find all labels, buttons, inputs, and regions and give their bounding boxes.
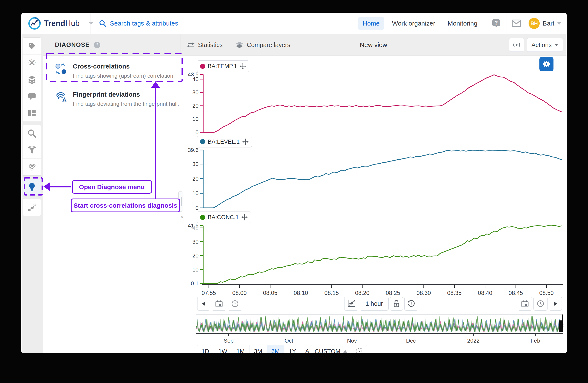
- svg-text:08:05: 08:05: [263, 290, 277, 296]
- series-color-dot: [200, 215, 205, 220]
- live-mode-button[interactable]: [509, 38, 524, 52]
- sidebar-item-comments[interactable]: [22, 88, 41, 105]
- sidebar-item-search[interactable]: [22, 125, 41, 142]
- nav-tab-home[interactable]: Home: [358, 17, 384, 30]
- lock-resolution-button[interactable]: [390, 297, 403, 311]
- move-icon[interactable]: [240, 63, 246, 69]
- calendar-end-button[interactable]: [518, 297, 532, 311]
- sidebar-item-layers[interactable]: [22, 71, 41, 88]
- sidebar-item-dashboard[interactable]: [22, 105, 41, 122]
- diagnose-item-title: Cross-correlations: [73, 63, 175, 70]
- diagnose-item-description: Find tags deviating from the fingerprint…: [73, 101, 179, 107]
- diagnose-title: DIAGNOSE: [55, 41, 90, 48]
- svg-text:08:30: 08:30: [417, 290, 431, 296]
- user-menu[interactable]: BH Bart: [525, 18, 567, 29]
- range-1w[interactable]: 1W: [214, 345, 232, 353]
- svg-text:30: 30: [192, 89, 199, 96]
- divider: [486, 13, 486, 34]
- sidebar-item-tag[interactable]: [22, 38, 41, 55]
- view-toolbar: Statistics Compare layers New view Actio…: [180, 34, 567, 56]
- context-overview-strip[interactable]: [196, 314, 564, 333]
- sidebar-item-context-items[interactable]: [22, 199, 41, 216]
- svg-text:?: ?: [96, 42, 98, 47]
- sidebar-item-calculations[interactable]: +÷x−: [22, 54, 41, 71]
- svg-text:39.6: 39.6: [188, 147, 199, 153]
- svg-text:÷: ÷: [27, 61, 29, 64]
- svg-text:08:00: 08:00: [232, 290, 247, 296]
- search-icon: [99, 19, 106, 27]
- svg-text:Nov: Nov: [347, 337, 357, 344]
- actions-button[interactable]: Actions: [527, 38, 563, 52]
- logo-text: TrendHub: [44, 19, 80, 28]
- pan-left-button[interactable]: [197, 297, 210, 311]
- trendhub-logo-icon: [28, 17, 41, 30]
- svg-text:+: +: [31, 58, 32, 61]
- divider: [506, 13, 506, 34]
- svg-text:Oct: Oct: [285, 337, 293, 344]
- legend-chip-ba-level-1[interactable]: BA:LEVEL.1: [197, 136, 252, 148]
- search-placeholder: Search tags & attributes: [110, 20, 178, 27]
- sidebar-item-diagnose[interactable]: [22, 179, 41, 196]
- time-start-button[interactable]: [228, 297, 242, 311]
- user-caret-icon: [557, 22, 561, 25]
- svg-text:08:15: 08:15: [324, 290, 339, 296]
- nav-right: Home Work organizer Monitoring ? BH Bart: [358, 13, 567, 34]
- mail-button[interactable]: [507, 19, 525, 27]
- svg-text:x: x: [35, 61, 36, 64]
- svg-text:Sep: Sep: [224, 337, 233, 344]
- custom-range-group: CUSTOM: [310, 345, 367, 353]
- series-label: BA:CONC.1: [208, 214, 239, 221]
- custom-range-button[interactable]: CUSTOM: [310, 345, 352, 353]
- move-icon[interactable]: [241, 214, 248, 220]
- search-bar[interactable]: Search tags & attributes: [91, 19, 358, 27]
- svg-text:08:25: 08:25: [386, 290, 400, 296]
- legend-chip-ba-temp-1[interactable]: BA:TEMP.1: [197, 60, 249, 72]
- pan-right-button[interactable]: [549, 297, 562, 311]
- range-6m[interactable]: 6M: [267, 345, 284, 353]
- gear-icon: [542, 60, 550, 68]
- trend-scale-button[interactable]: [344, 297, 358, 311]
- svg-text:0: 0: [196, 205, 199, 211]
- move-icon[interactable]: [242, 138, 249, 145]
- range-1y[interactable]: 1Y: [284, 345, 301, 353]
- avatar: BH: [528, 18, 540, 29]
- svg-text:08:45: 08:45: [508, 290, 523, 296]
- svg-text:10: 10: [192, 267, 199, 273]
- svg-text:Dec: Dec: [406, 337, 416, 344]
- sidebar-item-fingerprint[interactable]: [22, 158, 41, 175]
- svg-text:!: !: [64, 98, 65, 102]
- chart-ba-conc-1[interactable]: 41.5403020100.1: [180, 222, 564, 288]
- calendar-start-button[interactable]: [212, 297, 226, 311]
- range-3m[interactable]: 3M: [250, 345, 267, 353]
- logo-block[interactable]: TrendHub: [21, 17, 90, 30]
- chart-ba-temp-1[interactable]: 43.5403020100: [180, 71, 564, 137]
- user-name: Bart: [543, 20, 554, 27]
- range-1d[interactable]: 1D: [197, 345, 214, 353]
- panel-close-button[interactable]: ×: [179, 214, 185, 220]
- diagnose-item-cross-correlations[interactable]: Cross-correlations Find tags showing (up…: [42, 56, 180, 85]
- compare-layers-button[interactable]: Compare layers: [229, 34, 297, 56]
- range-1m[interactable]: 1M: [232, 345, 250, 353]
- svg-text:20: 20: [192, 252, 199, 259]
- resolution-button[interactable]: 1 hour: [360, 297, 389, 311]
- sidebar-item-filter[interactable]: [22, 142, 41, 159]
- diagnose-panel: DIAGNOSE ? Cross-correlations F: [42, 34, 180, 353]
- chart-settings-button[interactable]: [539, 57, 553, 71]
- top-navbar: TrendHub Search tags & attributes Home W…: [21, 13, 567, 34]
- svg-text:−: −: [31, 65, 33, 67]
- chart-ba-level-1[interactable]: 39.63020100: [180, 146, 564, 212]
- statistics-button[interactable]: Statistics: [180, 34, 229, 56]
- nav-tab-monitoring[interactable]: Monitoring: [443, 17, 482, 30]
- diagnose-item-fingerprint-deviations[interactable]: ! Fingerprint deviations Find tags devia…: [42, 85, 180, 113]
- svg-text:40: 40: [192, 76, 199, 82]
- svg-text:20: 20: [192, 175, 199, 182]
- svg-text:08:40: 08:40: [478, 290, 492, 296]
- history-button[interactable]: [404, 297, 418, 311]
- help-button[interactable]: ?: [487, 18, 505, 29]
- time-end-button[interactable]: [533, 297, 547, 311]
- legend-chip-ba-conc-1[interactable]: BA:CONC.1: [197, 211, 251, 223]
- help-icon[interactable]: ?: [94, 41, 101, 49]
- fit-selection-button[interactable]: [352, 345, 367, 353]
- svg-text:30: 30: [192, 161, 199, 167]
- nav-tab-work-organizer[interactable]: Work organizer: [387, 17, 440, 30]
